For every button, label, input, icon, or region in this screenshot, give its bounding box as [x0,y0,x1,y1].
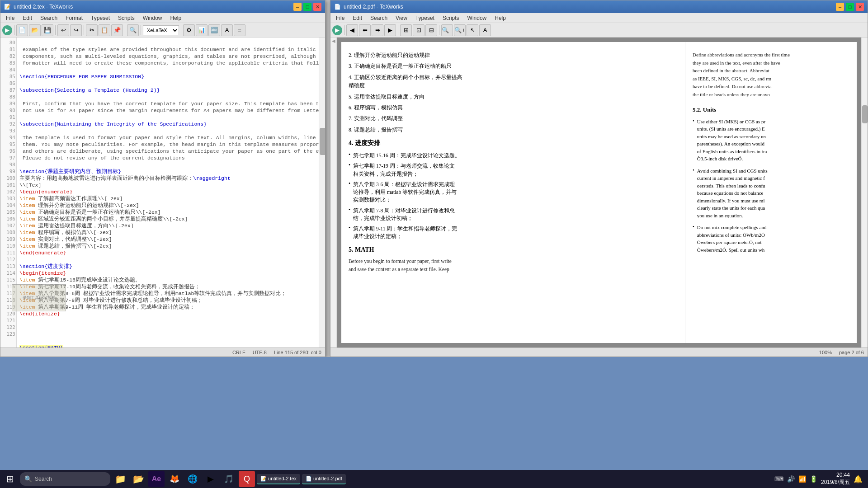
taskbar-left-area: ⊞ 🔍 Search 📁 📂 Ae 🦊 🌐 ▶ 🎵 Q 📝 untitled-2… [0,471,346,487]
taskbar-search[interactable]: 🔍 Search [20,472,110,486]
schedule-item-1: • 第七学期 15-16 周：完成毕业设计论文选题。 [349,152,678,160]
toolbar-btn-7[interactable]: ⚙ [183,24,195,36]
pdf-prev-button[interactable]: ⬅ [359,24,371,36]
menu-scripts[interactable]: Scripts [114,14,138,22]
pdf-view-btn3[interactable]: ⊟ [425,24,437,36]
open-button[interactable]: 📂 [29,24,41,36]
pdf-page-indicator: page 2 of 6 [839,350,864,355]
pdf-run-button[interactable]: ▶ [332,25,342,35]
find-button[interactable]: 🔍 [127,24,139,36]
pdf-menu-help[interactable]: Help [491,14,509,22]
pdf-back-button[interactable]: ◀ [346,24,358,36]
toolbar-btn-8[interactable]: 📊 [196,24,208,36]
units-bullet-2: • Avoid combining SI and CGS unitscurren… [693,167,849,220]
numbered-item-5: 5. 运用雷达提取目标速度，方向 [349,93,678,101]
desktop-background [0,357,868,470]
pdf-title-bar: 📄 untitled-2.pdf - TeXworks – □ ✕ [330,0,868,13]
menu-file[interactable]: File [2,14,18,22]
save-button[interactable]: 💾 [42,24,53,36]
pdf-minimize-button[interactable]: – [836,3,844,11]
tray-icon-1: ⌨ [774,475,783,483]
toolbar-btn-11[interactable]: ≡ [234,24,245,36]
taskbar-search-label: Search [35,476,52,482]
toolbar-btn-9[interactable]: 🔤 [208,24,220,36]
run-button[interactable]: ▶ [2,25,12,35]
pdf-menu-file[interactable]: File [332,14,348,22]
editor-scrollbar[interactable] [319,38,325,347]
pdf-close-button[interactable]: ✕ [856,3,864,11]
pdf-menu-search[interactable]: Search [367,14,391,22]
numbered-item-2: 2. 理解开分析运动船只的运动规律 [349,51,678,59]
menu-typeset[interactable]: Typeset [87,14,113,22]
cut-button[interactable]: ✂ [86,24,98,36]
menu-search[interactable]: Search [37,14,61,22]
menu-window[interactable]: Window [139,14,166,22]
pdf-menu-typeset[interactable]: Typeset [412,14,438,22]
pdf-maximize-button[interactable]: □ [846,3,854,11]
maximize-button[interactable]: □ [303,3,311,11]
taskbar-explorer[interactable]: 📁 [112,471,128,487]
taskbar-app8[interactable]: 🎵 [221,471,237,487]
start-button[interactable]: ⊞ [2,471,18,487]
redo-button[interactable]: ↪ [70,24,82,36]
menu-help[interactable]: Help [166,14,185,22]
clock-date: 2019/8/周五 [821,479,850,486]
new-button[interactable]: 📄 [16,24,28,36]
pdf-menu-edit[interactable]: Edit [349,14,366,22]
pdf-zoom-out[interactable]: 🔍− [441,24,453,36]
pdf-next-button[interactable]: ➡ [372,24,383,36]
texworks-editor-window: 📝 untitled-2.tex - TeXworks – □ ✕ File E… [0,0,326,357]
taskbar-chrome[interactable]: 🌐 [184,471,201,487]
section52-title: 5.2. Units [693,106,849,113]
tray-icon-3: 📶 [798,475,806,483]
toolbar-btn-10[interactable]: A [221,24,233,36]
toolbar-sep-3 [84,25,84,35]
minimize-button[interactable]: – [293,3,302,11]
paste-button[interactable]: 📌 [111,24,123,36]
schedule-item-5: • 第八学期 9-11 周：学生和指导老师探讨，完成毕业设计的定稿； [349,225,678,241]
taskbar-running-pdf[interactable]: 📄 untitled-2.pdf [302,474,346,484]
numbered-item-3: 3. 正确确定目标是否是一艘正在运动的船只 [349,62,678,70]
undo-button[interactable]: ↩ [57,24,69,36]
pdf-fwd-button[interactable]: ▶ [384,24,396,36]
taskbar-media[interactable]: ▶ [203,471,219,487]
pdf-view-btn2[interactable]: ⊡ [413,24,425,36]
taskbar-after-effects[interactable]: Ae [148,471,165,487]
taskbar-app9[interactable]: Q [239,471,255,487]
pdf-menu-view[interactable]: View [392,14,411,22]
pdf-zoom-level: 100% [819,350,832,355]
taskbar-clock: 20:44 2019/8/周五 [821,472,850,486]
taskbar-right-area: ⌨ 🔊 📶 🔋 20:44 2019/8/周五 🔔 [774,472,868,486]
schedule-item-4: • 第八学期 7-8 周：对毕业设计进行修改和总结，完成毕业设计初稿； [349,207,678,223]
pdf-left-scrollbar[interactable]: ◀ [330,38,337,347]
menu-format[interactable]: Format [62,14,86,22]
position-label: Line 115 of 280; col 0 [274,350,321,355]
taskbar-running-editor[interactable]: 📝 untitled-2.tex [257,474,300,484]
pdf-view-btn1[interactable]: ⊞ [400,24,412,36]
copy-button[interactable]: 📋 [99,24,110,36]
taskbar-search-icon: 🔍 [24,475,32,483]
pdf-window-title: 📄 untitled-2.pdf - TeXworks [334,4,403,10]
pdf-hand-btn[interactable]: A [479,24,491,36]
close-button[interactable]: ✕ [313,3,321,11]
taskbar-app5[interactable]: 🦊 [166,471,183,487]
pdf-cursor-btn[interactable]: ↖ [467,24,478,36]
editor-window-controls: – □ ✕ [293,3,321,11]
pdf-menu-scripts[interactable]: Scripts [439,14,463,22]
numbered-item-8: 8. 课题总结，报告撰写 [349,126,678,134]
editor-toolbar: ▶ 📄 📂 💾 ↩ ↪ ✂ 📋 📌 🔍 XeLaTeX pdfLaTeX Lua… [0,23,325,38]
pdf-right-scrollbar[interactable] [861,38,868,347]
pdf-main-content: ◀ 2. 理解开分析运动船只的运动规律 3. 正确确定目标是否是一艘正在运动的船… [330,38,868,347]
section5-title: 5. MATH [349,246,678,253]
section5-text: Before you begin to format your paper, f… [349,257,678,274]
pdf-menu-window[interactable]: Window [464,14,491,22]
pdf-zoom-in[interactable]: 🔍+ [454,24,466,36]
engine-select[interactable]: XeLaTeX pdfLaTeX LuaLaTeX [143,25,179,35]
encoding-label: CRLF [232,350,245,355]
toolbar-sep-4 [125,25,125,35]
menu-edit[interactable]: Edit [19,14,36,22]
tray-notification[interactable]: 🔔 [854,475,863,483]
editor-window-title: 📝 untitled-2.tex - TeXworks [4,4,73,10]
tray-icon-4: 🔋 [810,475,817,483]
taskbar-files[interactable]: 📂 [130,471,146,487]
